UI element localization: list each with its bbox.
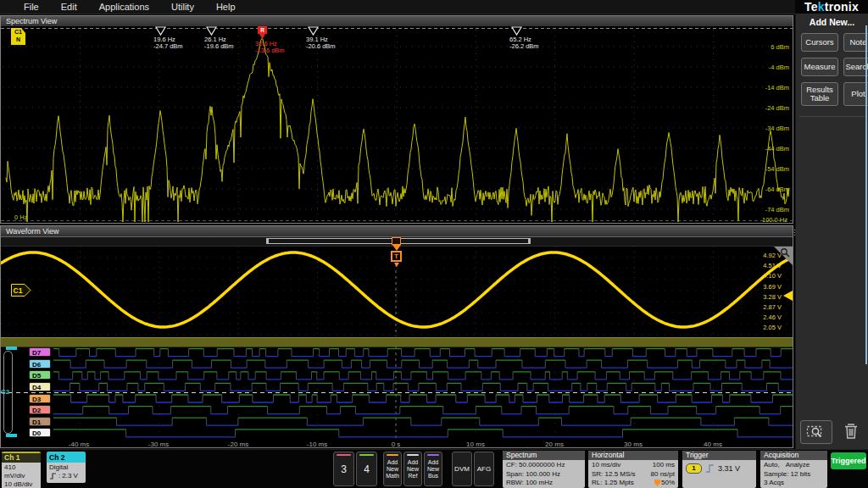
spectrum-x-min: 0 Hz [14,214,27,221]
voltage-label-2: 4.10 V [763,272,782,280]
panel-splitter[interactable]: ⋮ [791,230,794,244]
time-label-2: -20 ms [228,441,248,448]
digital-group-badge[interactable]: C2 [1,388,9,396]
waveform-view-panel: Waveform View C1 4.92 V4.51 V4.10 V3.69 … [0,225,793,448]
time-label-5: 10 ms [466,441,485,448]
spectrum-y-label-3: -24 dBm [765,104,789,112]
dvm-button[interactable]: DVM [452,452,472,486]
trigger-level: 3.31 V [718,464,740,474]
digital-channel-badge-d2[interactable]: D2 [29,405,51,414]
spectrum-y-label-1: -4 dBm [769,64,789,71]
add-new-results-table-button[interactable]: Results Table [801,82,838,106]
add-new-ref-button[interactable]: Add New Ref [403,452,422,486]
time-label-4: 0 s [392,441,401,448]
marker-label-2: 26.1 Hz-19.6 dBm [204,36,234,49]
spectrum-y-label-0: 6 dBm [771,43,789,51]
dvm-label: DVM [454,466,470,473]
add-math-label: Add New Math [384,459,401,480]
right-scroll-indicator[interactable] [865,25,867,364]
add-new-bus-button[interactable]: Add New Bus [424,452,442,486]
channel1-badge[interactable]: Ch 1 410 mV/div 10 dB/div 1 GHz [2,452,41,488]
svg-text:C1: C1 [14,286,23,295]
menu-item-applications[interactable]: Applications [99,2,149,12]
add-new-note-button[interactable]: Note [843,33,868,52]
menu-item-help[interactable]: Help [216,2,236,12]
channel3-label: 3 [341,463,347,475]
digital-channel-badge-d4[interactable]: D4 [29,382,51,391]
add-new-math-button[interactable]: Add New Math [383,452,402,486]
spectrum-view-panel: Spectrum View C1 N 19.6 Hz-24.7 dBm26.1 … [0,15,793,224]
voltage-label-8: 1.64 V [763,335,782,336]
horizontal-sr: SR: 12.5 MS/s [592,470,636,480]
spectrum-rbw: RBW: 100 mHz [506,479,581,488]
add-math-stripe [387,454,398,456]
spectrum-plot-area: C1 N 19.6 Hz-24.7 dBm26.1 Hz-19.6 dBmR32… [1,26,793,223]
spectrum-y-label-8: -74 dBm [765,206,789,214]
svg-text:R: R [260,27,264,33]
trigger-settings-badge[interactable]: Trigger 1 3.31 V [682,451,756,488]
marker-level: -26.2 dBm [509,43,539,50]
acquisition-settings-badge[interactable]: Acquisition Auto,Analyze Sample: 12 bits… [760,451,827,488]
zoom-select-button[interactable] [800,420,832,444]
digital-channel-badge-d3[interactable]: D3 [29,394,51,403]
spectrum-trace [1,26,793,223]
digital-channel-badge-d1[interactable]: D1 [29,417,51,426]
marker-label-4: 39.1 Hz-20.6 dBm [306,36,336,49]
oscilloscope-screen: FileEditApplicationsUtilityHelp Tektroni… [0,0,868,488]
menu-item-edit[interactable]: Edit [61,2,77,12]
horizontal-rl: RL: 1.25 Mpts [592,479,634,488]
digital-channel-badge-d5[interactable]: D5 [29,370,51,380]
horizontal-scale: 10 ms/div [592,461,620,470]
menu-item-file[interactable]: File [24,2,39,12]
add-new-cursors-button[interactable]: Cursors [801,33,838,52]
trigger-level-arrow[interactable] [783,291,793,301]
time-label-0: -40 ms [69,441,89,448]
digital-channel-badge-d0[interactable]: D0 [29,428,51,437]
add-ref-label: Add New Ref [404,459,421,480]
trigger-arrow-top-icon [392,245,401,251]
spectrum-y-label-6: -54 dBm [765,165,789,173]
analog-channel-badge[interactable]: C1 [11,284,31,297]
spectrum-cf: CF: 50.0000000 Hz [506,461,581,470]
add-new-measure-button[interactable]: Measure [801,58,838,76]
trash-icon [843,423,859,440]
trigger-flag-label: T [391,251,402,262]
time-label-1: -30 ms [148,441,169,448]
tektronix-logo: Tektronix [795,0,868,14]
time-axis: -40 ms-30 ms-20 ms-10 ms0 s10 ms20 ms30 … [1,439,793,448]
delete-button[interactable] [838,420,864,442]
add-new-plot-button[interactable]: Plot [843,82,868,106]
logo-post: tronix [825,0,859,14]
add-ref-stripe [407,454,419,456]
channel3-button[interactable]: 3 [333,452,354,486]
acquisition-title: Acquisition [760,451,827,460]
add-new-button-group: CursorsNoteMeasureSearchResults TablePlo… [796,27,868,106]
afg-button[interactable]: AFG [474,452,494,486]
time-label-6: 20 ms [545,441,564,448]
digital-group-grip-bottom[interactable] [6,434,17,437]
add-bus-stripe [427,454,439,456]
acquisition-sample: Sample: 12 bits [764,470,824,480]
channel4-button[interactable]: 4 [356,452,377,486]
digital-channel-badge-d6[interactable]: D6 [29,359,51,369]
horizontal-window: 100 ms [653,461,675,470]
channel1-label: Ch 1 [2,453,41,463]
time-label-3: -10 ms [307,441,327,448]
channel2-badge[interactable]: Ch 2 Digital : 2.3 V [47,452,86,483]
menu-item-utility[interactable]: Utility [171,2,194,12]
voltage-label-4: 3.28 V [763,293,782,301]
horizontal-settings-badge[interactable]: Horizontal 10 ms/div100 ms SR: 12.5 MS/s… [588,451,678,488]
spectrum-settings-badge[interactable]: Spectrum CF: 50.0000000 Hz Span: 100.000… [503,451,585,488]
trigger-arrow-bottom-icon [394,263,399,267]
digital-channel-badge-d7[interactable]: D7 [29,347,51,357]
digital-group-grip-top[interactable] [6,347,17,350]
add-new-search-button[interactable]: Search [843,58,868,76]
voltage-label-6: 2.46 V [763,313,782,321]
spectrum-x-max: 100.0 Hz [762,216,787,223]
marker-label-5: 65.2 Hz-26.2 dBm [509,36,539,49]
scrollbar-center-marker[interactable] [392,237,401,245]
channel2-mode: Digital [49,463,83,472]
channel4-label: 4 [364,463,370,475]
add-new-header: Add New... [796,14,868,27]
horizontal-position: 50% [661,479,675,488]
